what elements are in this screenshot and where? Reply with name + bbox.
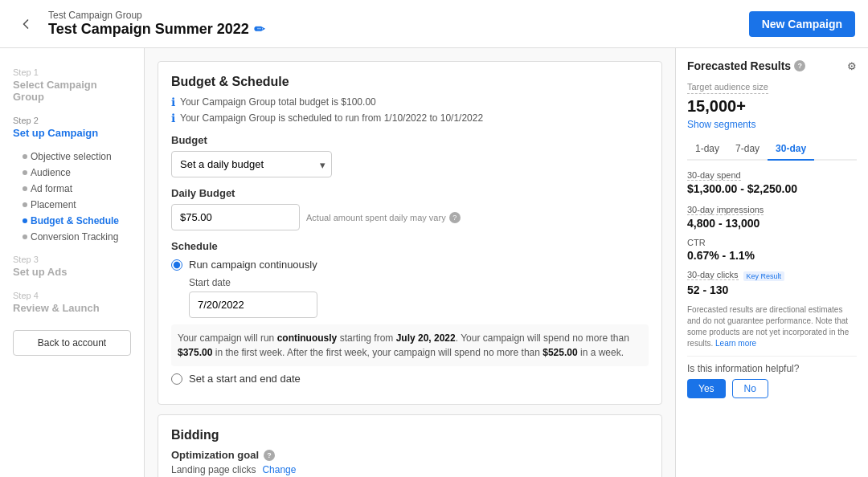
no-button[interactable]: No [732, 379, 768, 398]
step1-label: Step 1 [13, 67, 131, 77]
clicks-metric: 30-day clicks Key Result 52 - 130 [687, 270, 857, 296]
radio-continuous-input[interactable] [171, 259, 182, 271]
sidebar-item-conversion[interactable]: Conversion Tracking [23, 229, 131, 245]
new-campaign-button[interactable]: New Campaign [749, 11, 855, 37]
impressions-label: 30-day impressions [687, 205, 764, 215]
back-to-account-button[interactable]: Back to account [13, 330, 131, 356]
key-result-badge: Key Result [743, 271, 785, 281]
info-text-1: Your Campaign Group total budget is $100… [180, 96, 376, 108]
sidebar-item-adformat[interactable]: Ad format [23, 181, 131, 197]
step2-block: Step 2 Set up Campaign [0, 109, 144, 145]
tab-30day[interactable]: 30-day [768, 138, 814, 161]
header-titles: Test Campaign Group Test Campaign Summer… [48, 10, 264, 38]
sidebar-item-budget[interactable]: Budget & Schedule [23, 213, 131, 229]
ctr-value: 0.67% - 1.1% [687, 249, 857, 262]
daily-budget-note-text: Actual amount spent daily may vary [306, 213, 446, 222]
tab-1day[interactable]: 1-day [687, 138, 727, 161]
step1-block: Step 1 Select Campaign Group [0, 61, 144, 109]
budget-schedule-card: Budget & Schedule ℹ Your Campaign Group … [158, 61, 662, 405]
budget-schedule-title: Budget & Schedule [171, 75, 649, 89]
step3-block: Step 3 Set up Ads [0, 248, 144, 284]
spend-label: 30-day spend [687, 170, 741, 181]
gear-icon[interactable]: ⚙ [847, 60, 857, 72]
step2-title: Set up Campaign [13, 127, 131, 139]
ctr-label: CTR [687, 238, 857, 247]
helpful-buttons: Yes No [687, 379, 857, 398]
show-segments-link[interactable]: Show segments [687, 119, 857, 130]
optimization-goal-row: Optimization goal ? [171, 449, 649, 461]
learn-more-link[interactable]: Learn more [715, 339, 756, 348]
forecast-header: Forecasted Results ? ⚙ [687, 59, 857, 72]
bullet-active-icon [23, 218, 27, 223]
impressions-value: 4,800 - 13,000 [687, 217, 857, 230]
step2-label: Step 2 [13, 116, 131, 125]
step4-block: Step 4 Review & Launch [0, 284, 144, 320]
start-date-wrap: Start date [189, 277, 649, 318]
tab-7day[interactable]: 7-day [727, 138, 768, 161]
ctr-metric: CTR 0.67% - 1.1% [687, 238, 857, 262]
step3-title: Set up Ads [13, 266, 131, 278]
yes-button[interactable]: Yes [687, 379, 726, 398]
step2-items: Objective selection Audience Ad format P… [0, 145, 144, 248]
sidebar-item-placement[interactable]: Placement [23, 197, 131, 213]
campaign-run-note: Your campaign will run continuously star… [171, 324, 649, 366]
sidebar: Step 1 Select Campaign Group Step 2 Set … [0, 48, 145, 477]
info-icon-2: ℹ [171, 112, 175, 124]
bullet-icon [23, 234, 27, 239]
radio-start-end[interactable]: Set a start and end date [171, 373, 649, 385]
sidebar-item-objective[interactable]: Objective selection [23, 149, 131, 165]
day-tabs: 1-day 7-day 30-day [687, 138, 857, 161]
impressions-metric: 30-day impressions 4,800 - 13,000 [687, 203, 857, 230]
header-left: Test Campaign Group Test Campaign Summer… [13, 10, 264, 38]
bidding-title: Bidding [171, 428, 649, 442]
spend-metric: 30-day spend $1,300.00 - $2,250.00 [687, 169, 857, 195]
step4-label: Step 4 [13, 291, 131, 300]
edit-icon[interactable]: ✏ [254, 22, 264, 37]
info-row-2: ℹ Your Campaign Group is scheduled to ru… [171, 112, 649, 124]
bullet-icon [23, 170, 27, 175]
info-icon-1: ℹ [171, 96, 175, 108]
bullet-icon [23, 186, 27, 191]
daily-budget-input[interactable] [171, 204, 300, 230]
lp-clicks-label: Landing page clicks [171, 464, 256, 475]
helpful-row: Is this information helpful? Yes No [687, 356, 857, 398]
campaign-name-text: Test Campaign Summer 2022 [48, 21, 249, 38]
content-area: Budget & Schedule ℹ Your Campaign Group … [145, 48, 868, 477]
bullet-icon [23, 154, 27, 159]
change-link[interactable]: Change [262, 464, 296, 475]
daily-budget-note: Actual amount spent daily may vary ? [306, 212, 461, 223]
budget-type-select[interactable]: Set a daily budget [171, 151, 332, 177]
center-panel: Budget & Schedule ℹ Your Campaign Group … [145, 48, 675, 477]
bidding-card: Bidding Optimization goal ? Landing page… [158, 414, 662, 477]
step4-title: Review & Launch [13, 302, 131, 314]
clicks-label: 30-day clicks [687, 270, 739, 280]
budget-section-label: Budget [171, 134, 649, 146]
spend-value: $1,300.00 - $2,250.00 [687, 182, 857, 195]
campaign-group-label: Test Campaign Group [48, 10, 264, 21]
forecast-note-text: Forecasted results are directional estim… [687, 305, 849, 348]
bullet-icon [23, 202, 27, 207]
clicks-value: 52 - 130 [687, 283, 857, 296]
campaign-name: Test Campaign Summer 2022 ✏ [48, 21, 264, 38]
audience-label: Target audience size [687, 82, 768, 94]
radio-start-end-input[interactable] [171, 373, 182, 385]
start-date-input[interactable] [189, 292, 317, 318]
back-button[interactable] [13, 11, 39, 37]
forecast-note: Forecasted results are directional estim… [687, 304, 857, 349]
step1-title: Select Campaign Group [13, 79, 131, 103]
opt-goal-label: Optimization goal [171, 449, 259, 461]
header: Test Campaign Group Test Campaign Summer… [0, 0, 868, 48]
opt-goal-info-icon[interactable]: ? [264, 450, 275, 461]
forecast-title-text: Forecasted Results [687, 59, 791, 72]
forecast-info-icon[interactable]: ? [794, 60, 805, 71]
helpful-text: Is this information helpful? [687, 363, 857, 374]
right-panel: Forecasted Results ? ⚙ Target audience s… [675, 48, 868, 477]
radio-continuous[interactable]: Run campaign continuously [171, 259, 649, 271]
budget-dropdown-wrap: Set a daily budget ▾ [171, 151, 332, 177]
clicks-row: 30-day clicks Key Result [687, 270, 857, 282]
schedule-label: Schedule [171, 240, 649, 252]
sidebar-item-audience[interactable]: Audience [23, 165, 131, 181]
start-date-label: Start date [189, 277, 649, 288]
lp-clicks-row: Landing page clicks Change [171, 464, 649, 475]
daily-budget-info-icon[interactable]: ? [449, 212, 461, 223]
